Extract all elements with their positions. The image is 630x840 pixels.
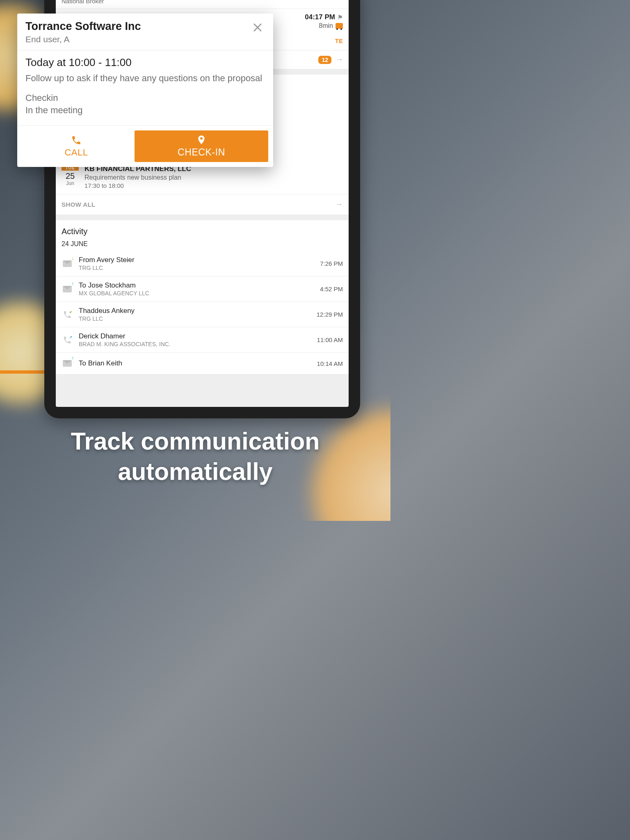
activity-time: 4:52 PM	[320, 285, 343, 292]
activity-sub: MX GLOBAL AGENCY LLC	[79, 290, 314, 297]
activity-title: To Jose Stockham	[79, 281, 314, 290]
accent-strip	[0, 370, 44, 374]
close-button[interactable]	[250, 20, 265, 37]
popover-subtitle: End user, A	[25, 34, 250, 44]
svg-text:↗: ↗	[69, 336, 72, 339]
call-in-icon: ↙	[62, 309, 73, 320]
count-badge: 12	[318, 56, 331, 64]
mail-out-icon: ↑	[62, 358, 73, 369]
activity-title: Thaddeus Ankeny	[79, 307, 311, 315]
eta-duration: 8min	[319, 22, 333, 30]
marketing-tagline: Track communication automatically	[0, 427, 390, 487]
context-label: National Broker	[56, 0, 349, 9]
activity-title: To Brian Keith	[79, 359, 311, 368]
activity-title: Derick Dhamer	[79, 332, 311, 340]
chevron-right-icon: →	[336, 200, 343, 209]
activity-title: From Avery Steier	[79, 256, 314, 264]
show-all-button[interactable]: SHOW ALL →	[56, 194, 349, 215]
activity-sub: TRG LLC	[79, 265, 314, 271]
activity-sub: BRAD M. KING ASSOCIATES, INC.	[79, 341, 311, 347]
activity-time: 11:00 AM	[317, 336, 343, 343]
activity-item[interactable]: ↗Derick DhamerBRAD M. KING ASSOCIATES, I…	[56, 327, 349, 353]
popover-title: Torrance Software Inc	[25, 20, 250, 33]
phone-icon	[71, 135, 82, 146]
activity-date: 24 JUNE	[56, 240, 349, 251]
activity-item[interactable]: ↑To Brian Keith10:14 AM	[56, 353, 349, 374]
event-date: TUE 25 Jun	[62, 165, 79, 186]
checkin-button[interactable]: CHECK-IN	[135, 130, 268, 162]
mail-in-icon: ↓	[62, 258, 73, 269]
car-icon	[336, 23, 343, 29]
call-out-icon: ↗	[62, 334, 73, 346]
close-icon	[252, 22, 263, 33]
event-subtitle: Requirements new business plan	[84, 174, 343, 181]
activity-item[interactable]: ↙Thaddeus AnkenyTRG LLC12:29 PM	[56, 302, 349, 327]
popover-description: Follow up to ask if they have any questi…	[25, 72, 265, 84]
event-day: 25	[62, 171, 79, 180]
activity-time: 7:26 PM	[320, 260, 343, 267]
activity-sub: TRG LLC	[79, 315, 311, 322]
event-time: 17:30 to 18:00	[84, 182, 343, 189]
flag-icon: ⚑	[338, 14, 343, 21]
show-all-label: SHOW ALL	[62, 201, 96, 208]
activity-item[interactable]: ↓From Avery SteierTRG LLC7:26 PM	[56, 251, 349, 276]
popover-time: Today at 10:00 - 11:00	[25, 56, 265, 69]
activity-time: 10:14 AM	[317, 360, 343, 367]
location-pin-icon	[196, 135, 207, 145]
event-month: Jun	[62, 180, 79, 186]
chevron-right-icon: →	[336, 55, 343, 64]
activity-item[interactable]: ↑To Jose StockhamMX GLOBAL AGENCY LLC4:5…	[56, 276, 349, 302]
call-button[interactable]: CALL	[22, 130, 130, 162]
popover-status-2: In the meeting	[25, 104, 265, 117]
activity-header: Activity	[56, 220, 349, 240]
eta-time: 04:17 PM	[305, 13, 335, 21]
call-label: CALL	[64, 147, 88, 158]
activity-time: 12:29 PM	[317, 311, 343, 318]
popover-status-1: Checkin	[25, 92, 265, 105]
mail-out-icon: ↑	[62, 283, 73, 295]
event-popover: Torrance Software Inc End user, A Today …	[17, 14, 273, 167]
checkin-label: CHECK-IN	[178, 147, 225, 158]
svg-text:↙: ↙	[69, 310, 72, 314]
